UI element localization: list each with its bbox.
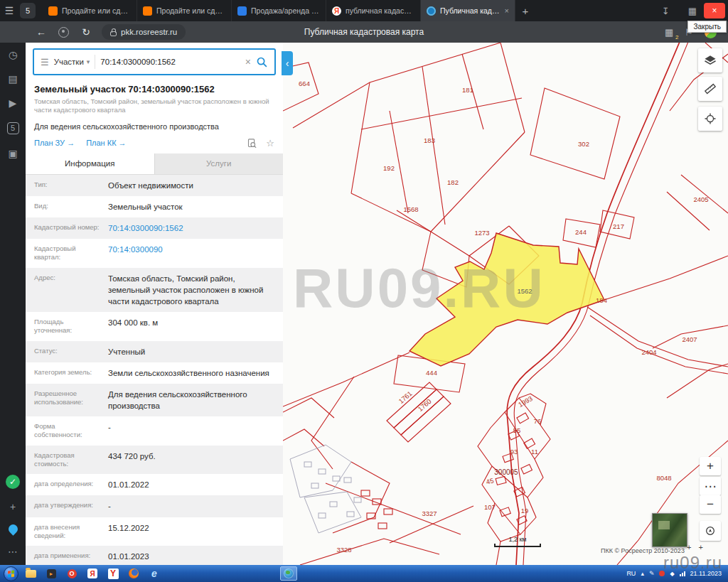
- taskbar-opera[interactable]: O: [63, 566, 80, 581]
- parcel-label: 45: [485, 476, 494, 485]
- screen: ☰ 5 Продайте или сдайтеПродайте или сдай…: [0, 0, 728, 582]
- tab-title: Продайте или сдайте: [62, 6, 131, 15]
- info-row-label: Категория земель:: [26, 362, 105, 384]
- ruler-icon: [704, 82, 717, 95]
- download-icon[interactable]: ↧: [662, 6, 670, 16]
- hidden-icons-arrow[interactable]: ▴: [641, 570, 644, 577]
- info-row-value: 304 000 кв. м: [105, 312, 283, 341]
- new-tab-button[interactable]: +: [515, 5, 535, 17]
- alert-tray-icon[interactable]: [659, 571, 665, 576]
- taskbar-firefox[interactable]: [125, 566, 142, 581]
- parcel-label: 2407: [682, 335, 697, 343]
- taskbar-active-window[interactable]: [280, 566, 297, 581]
- extensions-icon[interactable]: ▦2: [665, 27, 673, 38]
- taskbar-media-player[interactable]: ▸: [43, 566, 60, 581]
- browser-tab[interactable]: Продайте или сдайте: [43, 0, 137, 21]
- profile-icon[interactable]: [58, 27, 69, 38]
- zoom-in-button[interactable]: +: [700, 457, 721, 475]
- info-row-label: Площадь уточненная:: [26, 312, 105, 341]
- tab-favicon-icon: [427, 6, 436, 16]
- parcel-label: 300005: [494, 468, 518, 476]
- tab-counter[interactable]: 5: [20, 3, 36, 18]
- add-icon[interactable]: +: [10, 502, 16, 512]
- info-row-label: Кадастровая стоимость:: [26, 446, 105, 475]
- back-button[interactable]: ←: [31, 26, 51, 38]
- doc-search-icon[interactable]: [247, 138, 257, 149]
- tab-services[interactable]: Услуги: [154, 153, 284, 174]
- parcel-label: 11: [531, 448, 538, 456]
- plan-kk-link[interactable]: План КК →: [86, 139, 126, 147]
- menu-icon[interactable]: ☰: [0, 5, 18, 16]
- history-icon[interactable]: ◷: [9, 50, 17, 60]
- parcel-label: 1993: [517, 394, 534, 409]
- windows-flag-icon: [8, 570, 14, 577]
- info-row: Площадь уточненная:304 000 кв. м: [26, 312, 283, 341]
- system-tray: RU ▴ ✎ ◆ 21.11.2023: [626, 570, 724, 577]
- clear-icon[interactable]: ×: [245, 56, 251, 68]
- zoom-more-button[interactable]: ⋯: [700, 477, 721, 495]
- info-row-value: Учтенный: [105, 341, 283, 362]
- parcel-label: 184: [596, 296, 607, 304]
- taskbar: ▸ O Я Y e RU ▴ ✎ ◆ 21.11.2023: [0, 565, 728, 582]
- browser-toolbar: ← ↻ pkk.rosreestr.ru Публичная кадастров…: [0, 21, 728, 43]
- browser-tab[interactable]: Продажа/аренда нед...: [232, 0, 326, 21]
- browser-tab[interactable]: Продайте или сдайте: [137, 0, 232, 21]
- panel-collapse-button[interactable]: ‹: [282, 51, 293, 75]
- plan-zu-link[interactable]: План ЗУ →: [34, 139, 75, 147]
- bookmarks-panel-icon[interactable]: ▤: [8, 74, 17, 84]
- status-tray-icon[interactable]: ◆: [670, 571, 674, 577]
- extensions-badge: 2: [675, 34, 678, 41]
- alice-drop-icon[interactable]: [6, 522, 19, 535]
- taskbar-explorer[interactable]: [22, 566, 39, 581]
- minimap[interactable]: [652, 513, 687, 547]
- search-category-dropdown[interactable]: Участки ▾: [54, 58, 90, 66]
- parcel-usage: Для ведения сельскохозяйственного произв…: [26, 116, 283, 132]
- more-icon[interactable]: ⋯: [8, 546, 18, 556]
- yandex-icon: Я: [87, 568, 97, 578]
- browser-tab[interactable]: Япубличная кадастро...: [326, 0, 421, 21]
- browser-tab[interactable]: Публичная кадаст...×: [421, 0, 515, 21]
- geolocation-button[interactable]: [700, 521, 721, 541]
- map-attribution: ПКК © Росреестр 2010-2023: [601, 547, 685, 554]
- video-icon[interactable]: ▶: [9, 98, 17, 108]
- info-row: дата внесения сведений:15.12.2022: [26, 517, 283, 546]
- zoom-out-button[interactable]: −: [700, 495, 721, 514]
- tray-date[interactable]: 21.11.2023: [690, 570, 722, 577]
- close-tooltip: Закрыть: [687, 21, 727, 33]
- info-row-value[interactable]: 70:14:0300090:1562: [105, 217, 283, 239]
- pen-tray-icon[interactable]: ✎: [649, 570, 655, 577]
- locate-button[interactable]: [698, 107, 722, 131]
- info-row: дата применения:01.01.2023: [26, 546, 283, 565]
- info-row: дата утверждения:-: [26, 495, 283, 517]
- window-close-button[interactable]: ×: [704, 3, 725, 18]
- map-labels: 6641811833021921821568127324421724051562…: [283, 43, 728, 565]
- measure-button[interactable]: [698, 77, 722, 101]
- cadastral-map[interactable]: 6641811833021921821568127324421724051562…: [283, 43, 728, 565]
- taskbar-ie[interactable]: e: [146, 566, 163, 581]
- tab-information[interactable]: Информация: [26, 153, 154, 174]
- address-bar[interactable]: pkk.rosreestr.ru: [102, 24, 186, 40]
- taskbar-yandex[interactable]: Я: [84, 566, 101, 581]
- parcel-label: 302: [578, 140, 589, 148]
- layers-button[interactable]: [698, 48, 722, 72]
- start-button[interactable]: [4, 566, 18, 581]
- parcel-title: Земельный участок 70:14:0300090:1562: [26, 81, 283, 97]
- refresh-button[interactable]: ↻: [76, 26, 96, 38]
- panels-icon[interactable]: ▦: [688, 6, 697, 16]
- search-input[interactable]: [100, 58, 240, 66]
- info-rows: Тип:Объект недвижимостиВид:Земельный уча…: [26, 175, 283, 565]
- favorite-star-icon[interactable]: ☆: [266, 138, 274, 149]
- network-icon[interactable]: [680, 571, 685, 576]
- language-indicator[interactable]: RU: [626, 570, 636, 577]
- parcel-label: 217: [613, 222, 624, 230]
- info-row-value[interactable]: 70:14:0300090: [105, 239, 283, 268]
- tab-close-icon[interactable]: ×: [505, 6, 509, 15]
- search-menu-icon[interactable]: ☰: [41, 57, 49, 68]
- info-panel: ☰ Участки ▾ × Земельный участок 70:14:03…: [26, 43, 283, 565]
- photos-icon[interactable]: ▣: [8, 149, 17, 158]
- info-row: Кадастровый квартал:70:14:0300090: [26, 239, 283, 268]
- protect-check-icon[interactable]: ✓: [6, 475, 20, 489]
- tabs-count-icon[interactable]: 5: [7, 122, 19, 134]
- taskbar-yandex-browser[interactable]: Y: [105, 566, 122, 581]
- search-icon[interactable]: [256, 56, 268, 68]
